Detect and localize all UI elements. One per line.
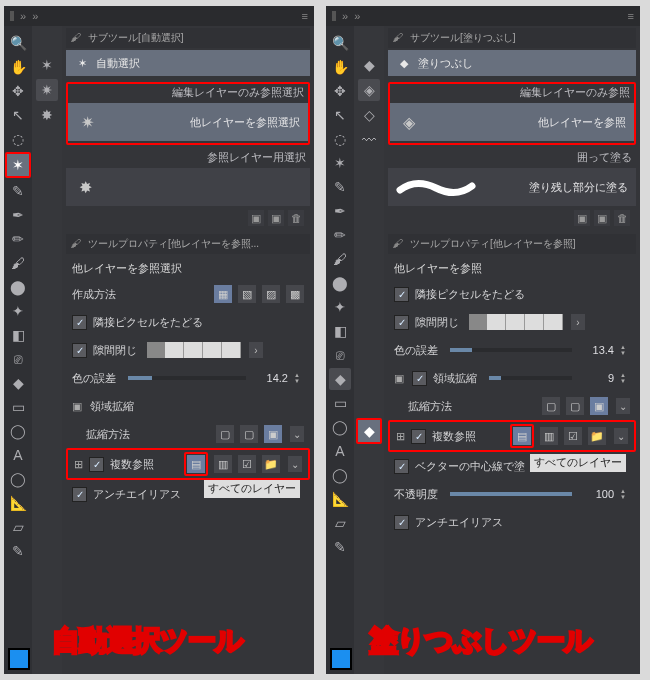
marquee-icon[interactable]: ◌ [329, 128, 351, 150]
method-btn[interactable]: ▣ [264, 425, 282, 443]
pen-icon[interactable]: ✒ [7, 204, 29, 226]
gap-segments[interactable] [469, 314, 563, 330]
trash-icon[interactable]: 🗑 [614, 210, 630, 226]
value[interactable]: 9 [584, 372, 614, 384]
value[interactable]: 14.2 [258, 372, 288, 384]
slider[interactable] [489, 376, 572, 380]
fill-tool-icon[interactable]: ◆ [356, 418, 382, 444]
frame-icon[interactable]: ▱ [7, 516, 29, 538]
collapse-icon[interactable]: ▣ [394, 372, 406, 385]
tool-icon[interactable]: ✎ [329, 536, 351, 558]
dup-icon[interactable]: ▣ [268, 210, 284, 226]
ruler-icon[interactable]: 📐 [329, 488, 351, 510]
text-icon[interactable]: A [329, 440, 351, 462]
frame-icon[interactable]: ▱ [329, 512, 351, 534]
checkbox[interactable] [411, 429, 426, 444]
hand-icon[interactable]: ✋ [329, 56, 351, 78]
pointer-icon[interactable]: ↖ [7, 104, 29, 126]
method-btn[interactable]: ▢ [240, 425, 258, 443]
shape-icon[interactable]: ◯ [7, 420, 29, 442]
mode-btn[interactable]: ▩ [286, 285, 304, 303]
tool-icon[interactable]: ✎ [7, 540, 29, 562]
chevron-down-icon[interactable]: ⌄ [614, 428, 628, 444]
spinner[interactable] [620, 487, 630, 501]
menu-icon[interactable]: ≡ [302, 10, 308, 22]
ref-btn[interactable]: 📁 [262, 455, 280, 473]
gradient-icon[interactable]: ▭ [329, 392, 351, 414]
new-icon[interactable]: ▣ [248, 210, 264, 226]
spinner[interactable] [620, 371, 630, 385]
chevron-down-icon[interactable]: ⌄ [290, 426, 304, 442]
spark3-icon[interactable]: ✸ [36, 104, 58, 126]
trash-icon[interactable]: 🗑 [288, 210, 304, 226]
bucket2-icon[interactable]: ◈ [358, 79, 380, 101]
ref-btn[interactable]: ▥ [214, 455, 232, 473]
magnify-icon[interactable]: 🔍 [329, 32, 351, 54]
chevron-down-icon[interactable]: ⌄ [288, 456, 302, 472]
pen-icon[interactable]: ✒ [329, 200, 351, 222]
checkbox[interactable] [72, 487, 87, 502]
airbrush-icon[interactable]: ⬤ [329, 272, 351, 294]
auto-select-icon[interactable]: ✶ [5, 152, 31, 178]
mode-btn[interactable]: ▨ [262, 285, 280, 303]
pencil-icon[interactable]: ✏ [329, 224, 351, 246]
balloon-icon[interactable]: ◯ [329, 464, 351, 486]
method-btn[interactable]: ▢ [542, 397, 560, 415]
checkbox[interactable] [394, 287, 409, 302]
new-icon[interactable]: ▣ [574, 210, 590, 226]
brush-icon[interactable]: 🖌 [7, 252, 29, 274]
ruler-icon[interactable]: 📐 [7, 492, 29, 514]
ref-all-layers-btn[interactable]: ▤ [187, 455, 205, 473]
ref-all-layers-btn[interactable]: ▤ [513, 427, 531, 445]
chevron-right-icon[interactable]: » [354, 10, 360, 22]
subtool-selected[interactable]: ◆塗りつぶし [388, 50, 636, 76]
subtool-other-layer[interactable]: ◈他レイヤーを参照 [390, 103, 634, 141]
expand-icon[interactable]: › [249, 342, 263, 358]
magnify-icon[interactable]: 🔍 [7, 32, 29, 54]
gradient-icon[interactable]: ▭ [7, 396, 29, 418]
shape-icon[interactable]: ◯ [329, 416, 351, 438]
spinner[interactable] [294, 371, 304, 385]
mode-btn[interactable]: ▧ [238, 285, 256, 303]
subtool-selected[interactable]: ✶自動選択 [66, 50, 310, 76]
method-btn[interactable]: ▣ [590, 397, 608, 415]
fill-icon[interactable]: ◆ [329, 368, 351, 390]
dup-icon[interactable]: ▣ [594, 210, 610, 226]
blend-icon[interactable]: ⎚ [7, 348, 29, 370]
slider[interactable] [450, 492, 572, 496]
menu-icon[interactable]: ≡ [628, 10, 634, 22]
tool-icon[interactable]: ✦ [7, 300, 29, 322]
ref-btn[interactable]: ▥ [540, 427, 558, 445]
balloon-icon[interactable]: ◯ [7, 468, 29, 490]
auto-select-icon[interactable]: ✶ [329, 152, 351, 174]
checkbox[interactable] [89, 457, 104, 472]
collapse-icon[interactable]: ▣ [72, 400, 84, 413]
expand-icon[interactable]: ⊞ [396, 430, 405, 443]
text-icon[interactable]: A [7, 444, 29, 466]
airbrush-icon[interactable]: ⬤ [7, 276, 29, 298]
pencil-icon[interactable]: ✏ [7, 228, 29, 250]
checkbox[interactable] [394, 315, 409, 330]
method-btn[interactable]: ▢ [566, 397, 584, 415]
expand-icon[interactable]: ⊞ [74, 458, 83, 471]
tool-icon[interactable]: ✦ [329, 296, 351, 318]
subtool-ref-layer[interactable]: ✸ [66, 168, 310, 206]
value[interactable]: 13.4 [584, 344, 614, 356]
subtool-leftover[interactable]: 塗り残し部分に塗る [388, 168, 636, 206]
slider[interactable] [128, 376, 246, 380]
mode-btn[interactable]: ▦ [214, 285, 232, 303]
move-icon[interactable]: ✥ [7, 80, 29, 102]
spinner[interactable] [620, 343, 630, 357]
chevron-right-icon[interactable]: » [342, 10, 348, 22]
checkbox[interactable] [412, 371, 427, 386]
slider[interactable] [450, 348, 572, 352]
ref-btn[interactable]: 📁 [588, 427, 606, 445]
checkbox[interactable] [394, 459, 409, 474]
checkbox[interactable] [72, 315, 87, 330]
eraser-icon[interactable]: ◧ [7, 324, 29, 346]
spark2-icon[interactable]: ✷ [36, 79, 58, 101]
brush-icon[interactable]: 🖌 [329, 248, 351, 270]
subtool-other-layer[interactable]: ✷他レイヤーを参照選択 [68, 103, 308, 141]
checkbox[interactable] [72, 343, 87, 358]
gap-segments[interactable] [147, 342, 241, 358]
